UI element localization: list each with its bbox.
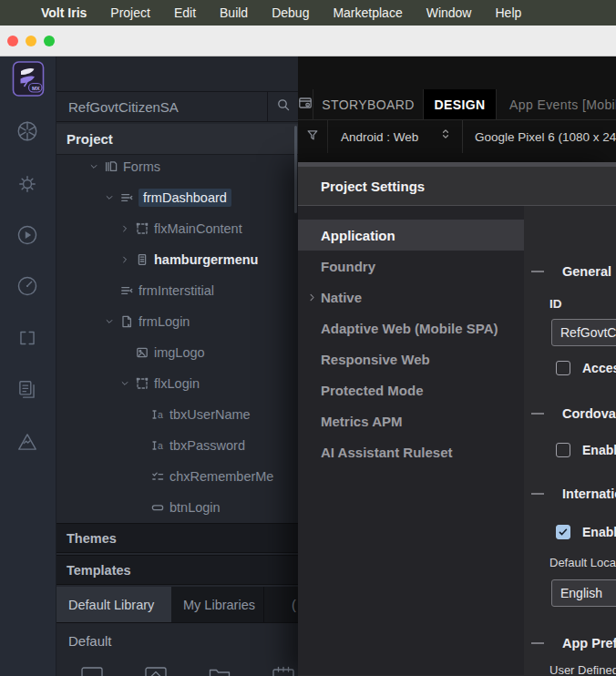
tree-item-frmInterstitial[interactable]: frmInterstitial (56, 275, 298, 306)
settings-nav-foundry[interactable]: Foundry (298, 251, 524, 282)
calendar-widget-icon[interactable] (272, 666, 295, 676)
tree-item-frmLogin[interactable]: frmLogin (56, 306, 298, 337)
collapse-dash-icon[interactable] (531, 413, 544, 415)
canvas-settings-button[interactable] (298, 89, 313, 119)
settings-nav-ai-assistant-ruleset[interactable]: AI Assistant Ruleset (298, 436, 524, 467)
library-tab-1[interactable]: Default Library (56, 587, 171, 622)
user-defined-label: User Defined (549, 663, 616, 676)
templates-section-header[interactable]: Templates (56, 555, 298, 585)
editor-tab-app-events-mobile[interactable]: App Events [Mobile] (497, 89, 616, 119)
tree-item-btnLogin[interactable]: btnLogin (56, 492, 298, 523)
settings-nav-protected-mode[interactable]: Protected Mode (298, 374, 524, 405)
button-widget-icon[interactable] (80, 666, 104, 676)
default-locale-select[interactable]: English (551, 579, 616, 607)
platform-select[interactable]: Android : Web (328, 120, 463, 153)
chevron-down-icon[interactable] (104, 316, 119, 327)
macos-menubar: Volt IrisProjectEditBuildDebugMarketplac… (0, 0, 616, 26)
layout-brackets-icon[interactable] (15, 326, 39, 350)
menu-item-edit[interactable]: Edit (162, 5, 208, 20)
collapse-dash-icon[interactable] (531, 493, 544, 495)
tree-item-chxRememberMe[interactable]: chxRememberMe (56, 461, 298, 492)
menu-item-window[interactable]: Window (415, 5, 484, 20)
app-id-input[interactable]: RefGovtCitizenSA (551, 319, 616, 346)
editor-tab-design[interactable]: DESIGN (424, 89, 497, 119)
collapse-dash-icon[interactable] (531, 271, 544, 272)
chevron-down-icon[interactable] (88, 161, 104, 172)
chevron-down-icon[interactable] (119, 378, 135, 389)
menu-item-marketplace[interactable]: Marketplace (321, 5, 414, 20)
mountain-icon[interactable] (15, 430, 39, 454)
minimize-window-button[interactable] (26, 36, 36, 46)
collapse-dash-icon[interactable] (531, 642, 544, 644)
id-label: ID (549, 297, 616, 312)
settings-nav-application[interactable]: Application (298, 220, 524, 251)
image-widget-icon[interactable] (144, 666, 168, 676)
play-icon[interactable] (15, 223, 39, 247)
folder-widget-icon[interactable] (208, 666, 231, 676)
checklist-icon (150, 469, 165, 484)
default-library-group[interactable]: Default (56, 623, 298, 658)
tree-item-imgLogo[interactable]: imgLogo (56, 337, 298, 368)
gear-icon[interactable] (15, 172, 39, 196)
tree-item-hamburgermenu[interactable]: hamburgermenu (56, 244, 298, 275)
tree-item-frmDashboard[interactable]: frmDashboard (56, 182, 298, 213)
project-search-button[interactable] (267, 92, 298, 121)
panel-icon (135, 252, 149, 267)
settings-nav-native[interactable]: Native (298, 282, 524, 312)
settings-nav-adaptive-web-mobile-spa[interactable]: Adaptive Web (Mobile SPA) (298, 312, 524, 343)
aperture-icon[interactable] (15, 119, 39, 143)
menu-item-volt-iris[interactable]: Volt Iris (29, 5, 98, 20)
tree-item-label: frmLogin (139, 314, 190, 329)
flex-icon (135, 221, 149, 236)
project-search-row: RefGovtCitizenSA (56, 91, 298, 122)
tree-item-tbxUserName[interactable]: atbxUserName (56, 399, 298, 430)
i18n-enable-checkbox[interactable] (556, 525, 570, 539)
project-settings-panel: Project Settings ApplicationFoundryNativ… (298, 162, 616, 676)
i18n-header-label: Internationalization (562, 487, 616, 501)
project-section-header[interactable]: Project (56, 124, 298, 155)
activity-bar: MX (0, 56, 56, 676)
app-frame: MX RefGovtCitizenSA Project FormsfrmDash… (0, 56, 616, 676)
zoom-window-button[interactable] (44, 36, 55, 46)
chevron-down-icon[interactable] (104, 192, 119, 203)
accessibility-checkbox[interactable] (556, 361, 570, 375)
settings-nav-label: Metrics APM (321, 414, 402, 429)
menu-item-help[interactable]: Help (483, 5, 533, 20)
accessibility-row: Accessibility (556, 361, 616, 375)
library-tab-2[interactable]: My Libraries (171, 587, 264, 622)
cordova-section-header: Cordova (531, 405, 616, 423)
settings-nav-responsive-web[interactable]: Responsive Web (298, 343, 524, 374)
device-select[interactable]: Google Pixel 6 (1080 x 2400) (463, 120, 616, 153)
cordova-enable-checkbox[interactable] (556, 443, 570, 457)
chevron-right-icon[interactable] (119, 254, 135, 265)
tree-item-label: hamburgermenu (154, 252, 258, 267)
settings-nav-label: Responsive Web (321, 352, 430, 367)
document-copy-icon[interactable] (15, 378, 39, 402)
tree-item-flxMainContent[interactable]: flxMainContent (56, 213, 298, 244)
library-tab-3[interactable]: ( (264, 587, 298, 622)
tree-item-Forms[interactable]: Forms (56, 151, 298, 182)
app-preferences-section-header: App Preferences (531, 634, 616, 652)
volt-iris-logo-icon[interactable]: MX (12, 60, 45, 102)
filter-funnel-icon (305, 128, 320, 146)
project-tree: FormsfrmDashboardflxMainContenthamburger… (56, 151, 298, 523)
project-section-label: Project (56, 131, 113, 147)
settings-nav-label: Foundry (321, 259, 375, 274)
filter-button[interactable] (298, 120, 328, 153)
menu-item-build[interactable]: Build (208, 5, 260, 20)
chevron-right-icon[interactable] (119, 223, 135, 234)
cordova-enable-row: Enable (556, 443, 616, 457)
gauge-icon[interactable] (15, 274, 39, 298)
menu-item-debug[interactable]: Debug (260, 5, 321, 20)
tree-item-label: tbxUserName (169, 407, 251, 422)
tree-item-tbxPassword[interactable]: atbxPassword (56, 430, 298, 461)
tree-item-flxLogin[interactable]: flxLogin (56, 368, 298, 399)
editor-tab-storyboard[interactable]: STORYBOARD (313, 89, 424, 119)
themes-label: Themes (56, 531, 117, 546)
i18n-enable-row: Enable (556, 525, 616, 539)
textbox-icon: a (150, 438, 165, 453)
close-window-button[interactable] (7, 36, 18, 46)
menu-item-project[interactable]: Project (98, 5, 162, 20)
themes-section-header[interactable]: Themes (56, 523, 298, 553)
settings-nav-metrics-apm[interactable]: Metrics APM (298, 405, 524, 436)
